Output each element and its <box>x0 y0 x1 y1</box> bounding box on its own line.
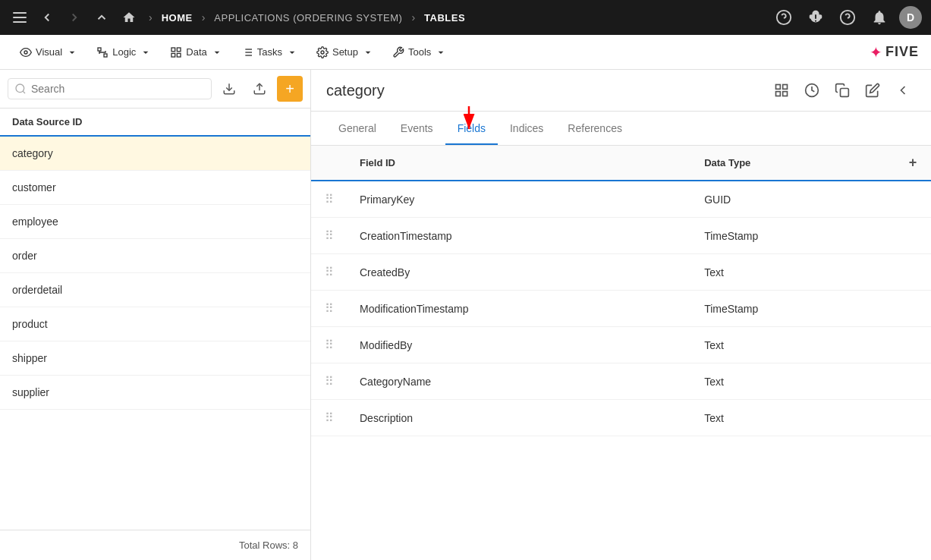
menu-setup[interactable]: Setup <box>309 42 382 63</box>
nav-tables-label[interactable]: TABLES <box>424 12 465 24</box>
tabs: General Events Fields Indices References <box>311 112 931 146</box>
drag-handle[interactable]: ⠿ <box>311 291 348 327</box>
data-type-cell: Text <box>692 254 895 291</box>
drag-dots-icon: ⠿ <box>325 193 334 206</box>
menu-bar: Visual Logic Data Tasks Setup <box>0 35 931 70</box>
grid-view-icon[interactable] <box>769 77 794 103</box>
row-action-cell <box>895 400 931 436</box>
nav-app-label[interactable]: APPLICATIONS (ORDERING SYSTEM) <box>214 12 402 24</box>
sidebar-col-header: Data Source ID <box>0 109 310 137</box>
table-row: ⠿ PrimaryKey GUID <box>311 181 931 218</box>
table-row: ⠿ Description Text <box>311 400 931 436</box>
main-layout: + Data Source ID categorycustomeremploye… <box>0 70 931 560</box>
user-avatar[interactable]: D <box>899 6 922 29</box>
home-nav-icon[interactable] <box>118 7 140 28</box>
search-box[interactable] <box>8 78 212 99</box>
tab-events[interactable]: Events <box>388 112 445 145</box>
data-type-cell: TimeStamp <box>692 291 895 327</box>
help-icon[interactable] <box>835 5 860 30</box>
fields-table: Field ID Data Type + ⠿ PrimaryKey GUID <box>311 146 931 436</box>
forward-icon[interactable] <box>64 7 85 28</box>
drag-handle[interactable]: ⠿ <box>311 218 348 254</box>
svg-rect-9 <box>104 54 107 57</box>
sidebar-item-customer[interactable]: customer <box>0 171 310 205</box>
history-icon[interactable] <box>799 77 825 103</box>
drag-handle[interactable]: ⠿ <box>311 181 348 218</box>
drag-handle[interactable]: ⠿ <box>311 254 348 291</box>
menu-logic[interactable]: Logic <box>89 42 159 63</box>
tab-fields[interactable]: Fields <box>445 112 498 145</box>
svg-rect-14 <box>178 53 181 57</box>
content-header: category <box>311 70 931 112</box>
upload-icon[interactable] <box>247 76 272 102</box>
svg-rect-8 <box>98 48 101 51</box>
list-icon <box>241 46 253 58</box>
search-input[interactable] <box>31 83 205 95</box>
sidebar-item-shipper[interactable]: shipper <box>0 341 310 376</box>
notification-icon[interactable] <box>867 5 892 30</box>
menu-icon[interactable] <box>9 7 30 28</box>
col-add[interactable]: + <box>895 146 931 181</box>
sidebar-item-category[interactable]: category <box>0 137 310 171</box>
tab-indices[interactable]: Indices <box>498 112 555 145</box>
row-action-cell <box>895 291 931 327</box>
content-actions <box>769 77 916 103</box>
svg-rect-27 <box>783 85 788 90</box>
row-action-cell <box>895 363 931 400</box>
copy-icon[interactable] <box>829 77 855 103</box>
svg-rect-29 <box>783 92 788 96</box>
sidebar-item-product[interactable]: product <box>0 307 310 341</box>
download-icon[interactable] <box>216 76 242 102</box>
fields-table-container: Field ID Data Type + ⠿ PrimaryKey GUID <box>311 146 931 560</box>
col-field-id: Field ID <box>348 146 692 181</box>
sidebar-header: + <box>0 70 310 109</box>
back-content-icon[interactable] <box>890 77 916 103</box>
menu-tasks[interactable]: Tasks <box>234 42 306 63</box>
nav-home-label[interactable]: HOME <box>162 12 193 24</box>
menu-data-label: Data <box>186 46 206 58</box>
field-id-cell: CreatedBy <box>348 254 692 291</box>
edit-icon[interactable] <box>860 77 885 103</box>
menu-setup-label: Setup <box>332 46 358 58</box>
table-row: ⠿ CreationTimestamp TimeStamp <box>311 218 931 254</box>
table-row: ⠿ ModifiedBy Text <box>311 327 931 363</box>
drag-handle[interactable]: ⠿ <box>311 327 348 363</box>
field-id-cell: PrimaryKey <box>348 181 692 218</box>
sidebar-item-order[interactable]: order <box>0 239 310 273</box>
tab-general[interactable]: General <box>326 112 388 145</box>
drag-dots-icon: ⠿ <box>325 302 334 315</box>
chevron-down-icon6 <box>435 46 447 58</box>
col-data-type: Data Type <box>692 146 895 181</box>
add-button[interactable]: + <box>277 76 303 102</box>
sidebar-item-supplier[interactable]: supplier <box>0 376 310 410</box>
drag-handle[interactable]: ⠿ <box>311 400 348 436</box>
svg-rect-12 <box>178 48 181 52</box>
tab-references[interactable]: References <box>555 112 634 145</box>
drag-dots-icon: ⠿ <box>325 375 334 388</box>
row-action-cell <box>895 327 931 363</box>
drag-handle[interactable]: ⠿ <box>311 363 348 400</box>
menu-visual[interactable]: Visual <box>12 42 86 63</box>
back-icon[interactable] <box>36 7 58 28</box>
sidebar-item-employee[interactable]: employee <box>0 205 310 239</box>
svg-point-7 <box>24 51 27 54</box>
up-icon[interactable] <box>91 7 112 28</box>
tab-references-label: References <box>568 122 622 134</box>
menu-data[interactable]: Data <box>162 42 230 63</box>
menu-tools[interactable]: Tools <box>385 42 454 63</box>
data-type-cell: Text <box>692 400 895 436</box>
content-title: category <box>326 82 769 99</box>
support-icon[interactable] <box>772 5 796 30</box>
svg-rect-2 <box>13 21 27 23</box>
tab-general-label: General <box>338 122 376 134</box>
eye-icon <box>20 46 32 58</box>
drag-dots-icon: ⠿ <box>325 411 334 424</box>
svg-rect-13 <box>171 53 175 57</box>
sidebar-footer: Total Rows: 8 <box>0 530 310 560</box>
data-type-cell: TimeStamp <box>692 218 895 254</box>
svg-rect-28 <box>776 92 781 96</box>
svg-point-22 <box>16 84 24 93</box>
bug-icon[interactable] <box>804 5 828 30</box>
sidebar-item-orderdetail[interactable]: orderdetail <box>0 273 310 307</box>
flow-icon <box>96 46 109 58</box>
